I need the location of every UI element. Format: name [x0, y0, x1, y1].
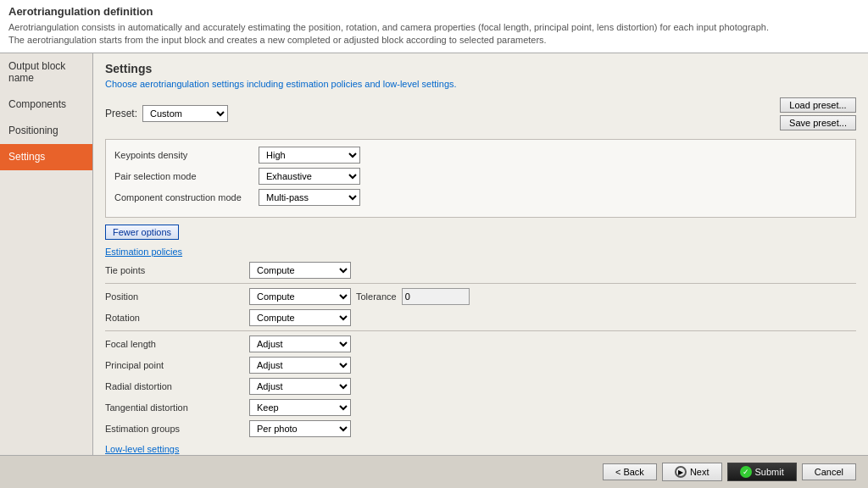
rotation-row: Rotation Compute Keep None	[105, 309, 856, 326]
content-area: Settings Choose aerotriangulation settin…	[93, 53, 868, 455]
submit-button[interactable]: ✓ Submit	[727, 463, 797, 481]
principal-point-row: Principal point Adjust Compute Keep	[105, 357, 856, 374]
radial-distortion-label: Radial distortion	[105, 381, 249, 391]
component-construction-select[interactable]: Multi-pass Single-pass	[259, 189, 360, 206]
keypoints-density-row: Keypoints density High Normal Low	[114, 147, 847, 164]
radial-distortion-row: Radial distortion Adjust Compute Keep	[105, 378, 856, 395]
sidebar-item-components[interactable]: Components	[0, 92, 92, 118]
description-line1: Aerotriangulation consists in automatica…	[8, 21, 860, 34]
sidebar-item-output-block-name[interactable]: Output block name	[0, 53, 92, 92]
keypoints-density-label: Keypoints density	[114, 150, 259, 160]
pair-selection-label: Pair selection mode	[114, 171, 259, 181]
rotation-label: Rotation	[105, 313, 249, 323]
tie-points-select[interactable]: Compute Keep None	[249, 262, 351, 279]
position-label: Position	[105, 291, 249, 302]
next-icon: ▶	[675, 466, 687, 478]
main-area: Output block name Components Positioning…	[0, 53, 868, 455]
content-subtitle: Choose aerotriangulation settings includ…	[105, 79, 856, 89]
preset-select[interactable]: Custom Default High Accuracy Fast	[142, 105, 228, 122]
estimation-groups-select[interactable]: Per photo Per block Custom	[249, 420, 351, 437]
estimation-section: Estimation policies Tie points Compute K…	[105, 247, 856, 437]
tangential-distortion-select[interactable]: Keep Adjust Compute	[249, 399, 351, 416]
focal-length-row: Focal length Adjust Compute Keep	[105, 336, 856, 352]
estimation-policies-label: Estimation policies	[105, 247, 856, 257]
tie-points-row: Tie points Compute Keep None	[105, 262, 856, 279]
sidebar-item-positioning[interactable]: Positioning	[0, 118, 92, 144]
focal-length-select[interactable]: Adjust Compute Keep	[249, 336, 351, 352]
position-tolerance-group: Compute Keep None Tolerance	[249, 288, 470, 305]
tolerance-label: Tolerance	[356, 291, 397, 302]
low-level-settings-label: Low-level settings	[105, 444, 856, 454]
load-preset-button[interactable]: Load preset...	[780, 97, 856, 113]
component-construction-row: Component construction mode Multi-pass S…	[114, 189, 847, 206]
estimation-groups-label: Estimation groups	[105, 424, 249, 434]
next-button[interactable]: ▶ Next	[662, 463, 722, 481]
principal-point-label: Principal point	[105, 360, 249, 370]
divider1	[105, 283, 856, 284]
estimation-groups-row: Estimation groups Per photo Per block Cu…	[105, 420, 856, 437]
window-title: Aerotriangulation definition	[8, 5, 860, 18]
settings-panel: Keypoints density High Normal Low Pair s…	[105, 139, 856, 218]
tangential-distortion-label: Tangential distortion	[105, 402, 249, 413]
position-row: Position Compute Keep None Tolerance	[105, 288, 856, 305]
principal-point-select[interactable]: Adjust Compute Keep	[249, 357, 351, 374]
content-title: Settings	[105, 62, 856, 75]
back-button[interactable]: < Back	[603, 463, 657, 480]
footer: < Back ▶ Next ✓ Submit Cancel	[0, 455, 868, 488]
low-level-section: Low-level settings No item defined.	[105, 444, 856, 455]
save-preset-button[interactable]: Save preset...	[780, 115, 856, 130]
preset-buttons: Load preset... Save preset...	[780, 97, 856, 130]
description-line2: The aerotriangulation starts from the in…	[8, 34, 860, 47]
pair-selection-row: Pair selection mode Exhaustive Sequentia…	[114, 168, 847, 185]
focal-length-label: Focal length	[105, 339, 249, 349]
radial-distortion-select[interactable]: Adjust Compute Keep	[249, 378, 351, 395]
component-construction-label: Component construction mode	[114, 192, 259, 202]
tolerance-input[interactable]	[402, 288, 470, 305]
preset-row: Preset: Custom Default High Accuracy Fas…	[105, 97, 856, 130]
fewer-options-button[interactable]: Fewer options	[105, 225, 179, 240]
submit-icon: ✓	[740, 466, 752, 478]
keypoints-density-select[interactable]: High Normal Low	[259, 147, 360, 164]
cancel-button[interactable]: Cancel	[802, 463, 856, 480]
rotation-select[interactable]: Compute Keep None	[249, 309, 351, 326]
sidebar-item-settings[interactable]: Settings	[0, 144, 92, 170]
tangential-distortion-row: Tangential distortion Keep Adjust Comput…	[105, 399, 856, 416]
next-label: Next	[690, 467, 709, 477]
pair-selection-select[interactable]: Exhaustive Sequential Custom	[259, 168, 360, 185]
title-bar: Aerotriangulation definition Aerotriangu…	[0, 0, 868, 53]
tie-points-label: Tie points	[105, 265, 249, 275]
sidebar: Output block name Components Positioning…	[0, 53, 93, 455]
submit-label: Submit	[755, 467, 784, 477]
preset-label: Preset:	[105, 108, 137, 119]
position-select[interactable]: Compute Keep None	[249, 288, 351, 305]
divider2	[105, 330, 856, 331]
